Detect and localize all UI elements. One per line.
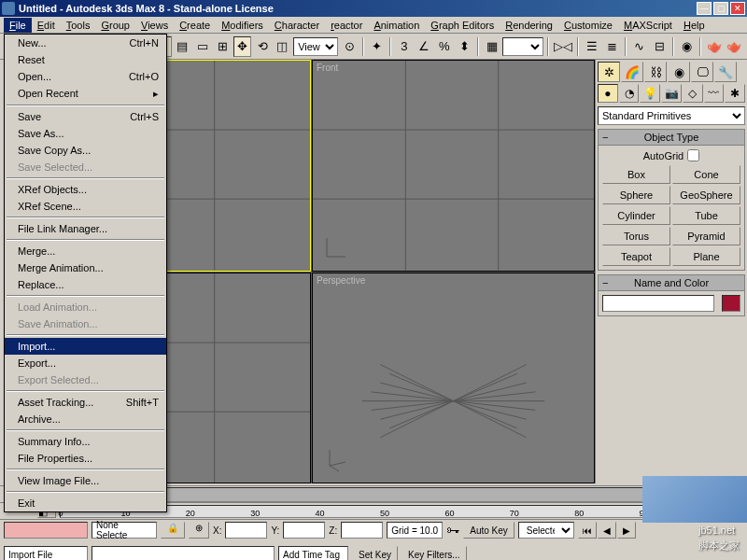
- name-color-header[interactable]: Name and Color: [598, 274, 745, 291]
- motion-tab[interactable]: ◉: [668, 62, 690, 82]
- file-menu-new[interactable]: New...Ctrl+N: [5, 35, 166, 51]
- render-scene-button[interactable]: 🫖: [705, 36, 723, 57]
- primitive-teapot[interactable]: Teapot: [602, 247, 670, 266]
- key-filters-button[interactable]: Key Filters...: [402, 546, 467, 560]
- add-time-tag[interactable]: Add Time Tag: [278, 546, 348, 560]
- snap-toggle-button[interactable]: 3: [395, 36, 413, 57]
- y-input[interactable]: [283, 522, 325, 539]
- menu-create[interactable]: Create: [174, 18, 216, 33]
- named-sel-dropdown[interactable]: [502, 37, 543, 56]
- menu-grapheditors[interactable]: Graph Editors: [425, 18, 500, 33]
- menu-views[interactable]: Views: [135, 18, 174, 33]
- category-dropdown[interactable]: Standard Primitives: [598, 106, 745, 125]
- layers-button[interactable]: ≣: [603, 36, 621, 57]
- primitive-sphere[interactable]: Sphere: [602, 186, 670, 204]
- mirror-button[interactable]: ▷◁: [553, 36, 573, 57]
- hierarchy-tab[interactable]: ⛓: [644, 62, 667, 82]
- file-menu-archive[interactable]: Archive...: [5, 411, 166, 427]
- z-input[interactable]: [341, 522, 383, 539]
- lights-subtab[interactable]: 💡: [640, 84, 660, 103]
- select-rotate-button[interactable]: ⟲: [253, 36, 271, 57]
- pivot-button[interactable]: ⊙: [340, 36, 358, 57]
- file-menu-filelinkmanager[interactable]: File Link Manager...: [5, 220, 166, 237]
- file-menu-open[interactable]: Open...Ctrl+O: [5, 68, 166, 85]
- play-button[interactable]: ▶: [617, 522, 636, 539]
- primitive-geosphere[interactable]: GeoSphere: [672, 186, 740, 204]
- menu-modifiers[interactable]: Modifiers: [216, 18, 269, 33]
- align-button[interactable]: ☰: [583, 36, 600, 57]
- x-input[interactable]: [225, 522, 267, 539]
- utilities-tab[interactable]: 🔧: [714, 62, 737, 82]
- menu-character[interactable]: Character: [269, 18, 325, 33]
- prev-frame-button[interactable]: ◀: [598, 522, 616, 539]
- file-menu-replace[interactable]: Replace...: [5, 276, 166, 293]
- geometry-subtab[interactable]: ●: [598, 84, 618, 103]
- create-tab[interactable]: ✲: [598, 62, 620, 82]
- keymode-dropdown[interactable]: Selected: [518, 522, 574, 539]
- menu-edit[interactable]: Edit: [32, 18, 61, 33]
- menu-group[interactable]: Group: [95, 18, 135, 33]
- systems-subtab[interactable]: ✱: [725, 84, 745, 103]
- primitive-pyramid[interactable]: Pyramid: [672, 227, 740, 245]
- angle-snap-button[interactable]: ∠: [416, 36, 433, 57]
- primitive-cone[interactable]: Cone: [672, 165, 740, 184]
- menu-animation[interactable]: Animation: [368, 18, 425, 33]
- modify-tab[interactable]: 🌈: [621, 62, 643, 82]
- file-menu-xrefscene[interactable]: XRef Scene...: [5, 198, 166, 215]
- window-crossing-button[interactable]: ⊞: [213, 36, 231, 57]
- maximize-button[interactable]: ▢: [713, 2, 728, 15]
- file-menu-export[interactable]: Export...: [5, 355, 166, 371]
- shapes-subtab[interactable]: ◔: [619, 84, 640, 103]
- display-tab[interactable]: 🖵: [691, 62, 713, 82]
- menu-help[interactable]: Help: [678, 18, 711, 33]
- autokey-button[interactable]: Auto Key: [463, 522, 514, 539]
- curve-editor-button[interactable]: ∿: [630, 36, 648, 57]
- file-menu-saveas[interactable]: Save As...: [5, 125, 166, 142]
- object-color-swatch[interactable]: [722, 295, 740, 312]
- file-menu-mergeanimation[interactable]: Merge Animation...: [5, 259, 166, 276]
- setkey-button[interactable]: Set Key: [352, 546, 398, 560]
- file-menu-viewimagefile[interactable]: View Image File...: [5, 472, 166, 489]
- file-menu-savecopyas[interactable]: Save Copy As...: [5, 142, 166, 159]
- menu-tools[interactable]: Tools: [61, 18, 96, 33]
- primitive-torus[interactable]: Torus: [602, 227, 670, 245]
- lock-selection-button[interactable]: 🔒: [161, 522, 185, 539]
- manipulate-button[interactable]: ✦: [368, 36, 386, 57]
- named-sel-button[interactable]: ▦: [483, 36, 500, 57]
- viewport-perspective[interactable]: Perspective: [312, 273, 595, 484]
- cameras-subtab[interactable]: 📷: [661, 84, 682, 103]
- file-menu-reset[interactable]: Reset: [5, 51, 166, 68]
- select-name-button[interactable]: ▤: [174, 36, 191, 57]
- select-scale-button[interactable]: ◫: [274, 36, 291, 57]
- select-region-button[interactable]: ▭: [193, 36, 211, 57]
- file-menu-openrecent[interactable]: Open Recent: [5, 85, 166, 103]
- spinner-snap-button[interactable]: ⬍: [455, 36, 472, 57]
- file-menu-merge[interactable]: Merge...: [5, 243, 166, 259]
- select-move-button[interactable]: ✥: [233, 36, 251, 57]
- primitive-tube[interactable]: Tube: [672, 206, 740, 225]
- primitive-box[interactable]: Box: [602, 165, 670, 184]
- viewport-front[interactable]: Front: [312, 60, 595, 272]
- file-menu-exit[interactable]: Exit: [5, 495, 166, 511]
- minimize-button[interactable]: —: [697, 2, 712, 15]
- file-menu-assettracking[interactable]: Asset Tracking...Shift+T: [5, 394, 166, 411]
- autogrid-checkbox[interactable]: [687, 149, 699, 161]
- close-button[interactable]: ✕: [730, 2, 745, 15]
- object-name-input[interactable]: [602, 295, 714, 312]
- object-type-header[interactable]: Object Type: [598, 129, 745, 146]
- file-menu-xrefobjects[interactable]: XRef Objects...: [5, 181, 166, 198]
- file-menu-import[interactable]: Import...: [5, 338, 166, 355]
- file-menu-summaryinfo[interactable]: Summary Info...: [5, 433, 166, 450]
- file-menu-save[interactable]: SaveCtrl+S: [5, 108, 166, 125]
- coord-display-toggle[interactable]: ⊕: [189, 522, 209, 539]
- menu-file[interactable]: File: [4, 18, 32, 33]
- file-menu-fileproperties[interactable]: File Properties...: [5, 450, 166, 467]
- material-editor-button[interactable]: ◉: [678, 36, 696, 57]
- menu-customize[interactable]: Customize: [558, 18, 618, 33]
- primitive-plane[interactable]: Plane: [672, 247, 740, 266]
- quick-render-button[interactable]: 🫖: [726, 36, 743, 57]
- menu-maxscript[interactable]: MAXScript: [618, 18, 678, 33]
- helpers-subtab[interactable]: ◇: [683, 84, 703, 103]
- ref-coord-dropdown[interactable]: View: [293, 37, 338, 56]
- goto-start-button[interactable]: ⏮: [578, 522, 597, 539]
